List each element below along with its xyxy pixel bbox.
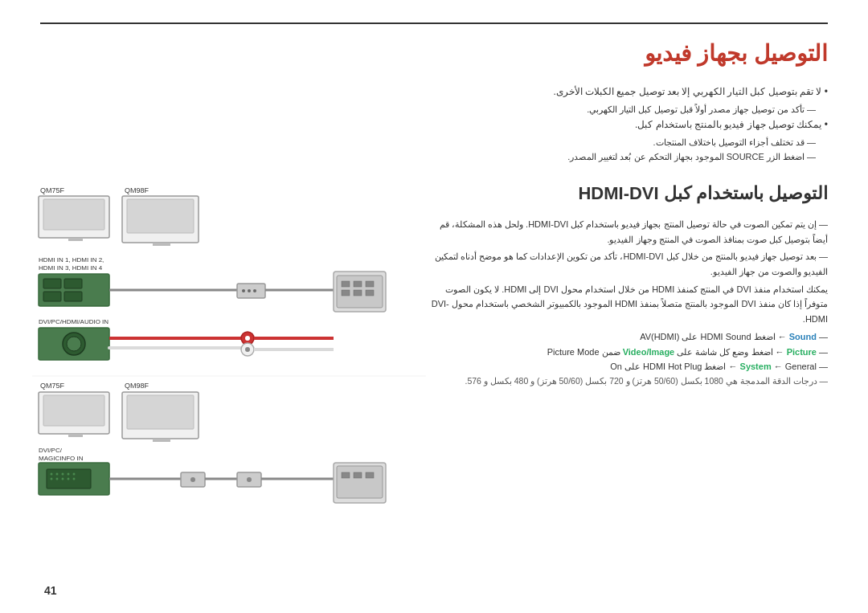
- device-port-bottom-1: [342, 472, 350, 478]
- monitor-screen-qm98f-bottom: [127, 395, 194, 429]
- monitor-stand-qm98f-bottom: [153, 439, 170, 442]
- hdmi-label-1: HDMI IN 1, HDMI IN 2,: [39, 256, 104, 264]
- dvi-pin-bottom-2: [56, 473, 59, 476]
- step-sound: Sound ← اضغط HDMI Sound على AV(HDMI): [418, 329, 828, 345]
- magicinfo-label: MAGICINFO IN: [39, 455, 84, 462]
- monitor-stand-qm75f-top: [68, 238, 83, 241]
- dvi-pin-2: [248, 289, 251, 292]
- main-title: التوصيل بجهاز فيديو: [645, 40, 828, 67]
- dvi-pin-bottom-9: [68, 478, 70, 480]
- bullet-1: لا تقم بتوصيل كبل التيار الكهربي إلا بعد…: [426, 84, 828, 100]
- device-port-bottom-2: [354, 472, 362, 478]
- dvi-pin-bottom-5: [73, 473, 76, 476]
- dvi-pin-bottom-3: [62, 473, 64, 476]
- steps-section: Sound ← اضغط HDMI Sound على AV(HDMI) Pic…: [418, 329, 828, 389]
- dvi-pc-label: DVI/PC/: [39, 447, 63, 454]
- monitor-screen-qm75f-top: [43, 199, 104, 230]
- picture-highlight: Picture: [787, 347, 817, 357]
- dvi-pin-bottom-6: [51, 478, 53, 480]
- dvi-pin-bottom-1: [51, 473, 53, 476]
- rca-white-center: [245, 347, 250, 352]
- monitor-screen-qm98f-top: [127, 199, 194, 233]
- hdmi-port-2: [64, 279, 82, 288]
- adapter-center: [190, 477, 195, 482]
- step-picture: Picture ← اضغط وضع كل شاشة على Video/Ima…: [418, 345, 828, 360]
- hdmi-label-2: HDMI IN 3, HDMI IN 4: [39, 264, 103, 272]
- dvi-pin-bottom-4: [68, 473, 70, 476]
- video-image-highlight: Video/Image: [623, 347, 675, 357]
- bullet-2: يمكنك توصيل جهاز فيديو بالمنتج باستخدام …: [426, 117, 828, 133]
- device-port-2: [354, 281, 362, 287]
- dvi-pin-1: [242, 289, 245, 292]
- desc-3: يمكنك استخدام منفذ DVI في المنتج كمنفذ H…: [426, 282, 828, 327]
- device-port-bottom-3: [366, 472, 374, 478]
- hdmi-port-4: [64, 292, 82, 301]
- device-port-6: [366, 290, 374, 296]
- dvi-pin-bottom-8: [62, 478, 64, 480]
- system-highlight: System: [740, 362, 772, 371]
- monitor-stand-qm98f-top: [153, 243, 170, 246]
- hdmi-port-1: [43, 279, 61, 288]
- qm75f-label-bottom: QM75F: [40, 382, 65, 390]
- device-screen-bottom: [337, 466, 383, 498]
- step-resolution: درجات الدقة المدمجة هي 1080 بكسل (50/60 …: [418, 374, 828, 389]
- sub-bullet-3: اضغط الزر SOURCE الموجود بجهاز التحكم عن…: [426, 150, 828, 165]
- diagram-svg: QM75F QM98F HDMI IN 1, HDMI IN 2, HDMI I…: [32, 183, 426, 577]
- dvi-pin-3: [253, 289, 256, 292]
- qm75f-label-top: QM75F: [40, 186, 65, 194]
- device-port-4: [342, 290, 350, 296]
- device-port-1: [342, 281, 350, 287]
- desc-2: بعد توصيل جهاز فيديو بالمنتج من خلال كبل…: [426, 249, 828, 279]
- bullets-section: لا تقم بتوصيل كبل التيار الكهربي إلا بعد…: [426, 84, 828, 164]
- monitor-screen-qm75f-bottom: [43, 395, 104, 426]
- section-title: التوصيل باستخدام كبل HDMI-DVI: [578, 183, 828, 204]
- device-port-3: [366, 281, 374, 287]
- dvi-pin-bottom-10: [73, 478, 76, 480]
- qm98f-label-top: QM98F: [125, 186, 149, 194]
- qm98f-label-bottom: QM98F: [125, 382, 149, 390]
- step-system: System ← General ← اضغط HDMI Hot Plug عل…: [418, 359, 828, 374]
- top-border: [40, 22, 828, 24]
- dvi-label-top-text: DVI/PC/HDMI/AUDIO IN: [39, 318, 108, 325]
- dvi-connector-mid: [237, 284, 265, 298]
- dvi-pin-bottom-7: [56, 478, 59, 480]
- page: التوصيل بجهاز فيديو لا تقم بتوصيل كبل ال…: [0, 0, 868, 613]
- monitor-stand-qm75f-bottom: [68, 434, 83, 437]
- audio-port-inner: [67, 337, 81, 351]
- sub-bullet-2: قد تختلف أجزاء التوصيل باختلاف المنتجات.: [426, 136, 828, 150]
- sound-highlight: Sound: [789, 332, 817, 341]
- description-section: إن يتم تمكين الصوت في حالة توصيل المنتج …: [426, 217, 828, 329]
- desc-1: إن يتم تمكين الصوت في حالة توصيل المنتج …: [426, 217, 828, 247]
- rca-red-center: [245, 336, 250, 341]
- page-number: 41: [44, 584, 57, 597]
- sub-bullet-1: تأكد من توصيل جهاز مصدر أولاً قبل توصيل …: [426, 103, 828, 117]
- connector-bottom-center: [247, 477, 252, 482]
- device-port-5: [354, 290, 362, 296]
- hdmi-port-3: [43, 292, 61, 301]
